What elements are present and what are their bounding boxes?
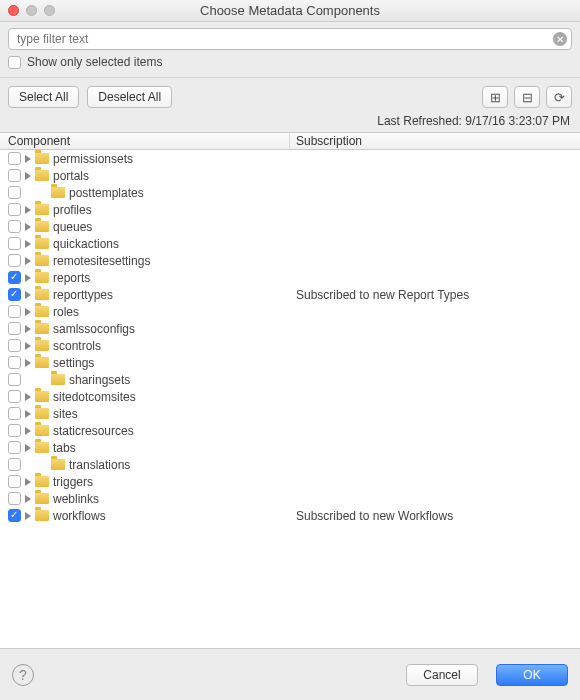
cell-component: permissionsets [0, 152, 290, 166]
clear-filter-icon[interactable]: ✕ [553, 32, 567, 46]
last-refreshed-label: Last Refreshed: 9/17/16 3:23:07 PM [0, 112, 580, 132]
tree-row[interactable]: translations [0, 456, 580, 473]
row-label: sharingsets [69, 373, 130, 387]
folder-icon [35, 357, 49, 368]
disclosure-triangle-icon[interactable] [25, 444, 31, 452]
disclosure-triangle-icon[interactable] [25, 359, 31, 367]
disclosure-triangle-icon[interactable] [25, 206, 31, 214]
tree-row[interactable]: sharingsets [0, 371, 580, 388]
tree-row[interactable]: permissionsets [0, 150, 580, 167]
row-checkbox[interactable] [8, 492, 21, 505]
tree-row[interactable]: samlssoconfigs [0, 320, 580, 337]
tree-row[interactable]: posttemplates [0, 184, 580, 201]
row-checkbox[interactable] [8, 152, 21, 165]
row-checkbox[interactable] [8, 356, 21, 369]
folder-icon [35, 221, 49, 232]
disclosure-triangle-icon[interactable] [25, 410, 31, 418]
tree-row[interactable]: roles [0, 303, 580, 320]
disclosure-triangle-icon[interactable] [25, 274, 31, 282]
row-checkbox[interactable] [8, 220, 21, 233]
tree-row[interactable]: sitedotcomsites [0, 388, 580, 405]
disclosure-triangle-icon[interactable] [25, 223, 31, 231]
filter-input[interactable] [9, 32, 553, 46]
deselect-all-button[interactable]: Deselect All [87, 86, 172, 108]
cell-component: portals [0, 169, 290, 183]
column-component[interactable]: Component [0, 134, 290, 148]
row-checkbox[interactable] [8, 458, 21, 471]
row-checkbox[interactable] [8, 186, 21, 199]
disclosure-triangle-icon[interactable] [25, 342, 31, 350]
disclosure-triangle-icon[interactable] [25, 393, 31, 401]
disclosure-triangle-icon[interactable] [25, 512, 31, 520]
tree-row[interactable]: queues [0, 218, 580, 235]
help-icon[interactable]: ? [12, 664, 34, 686]
disclosure-triangle-icon[interactable] [25, 325, 31, 333]
column-subscription[interactable]: Subscription [290, 134, 580, 148]
tree-row[interactable]: sites [0, 405, 580, 422]
tree-row[interactable]: quickactions [0, 235, 580, 252]
ok-button[interactable]: OK [496, 664, 568, 686]
cell-component: settings [0, 356, 290, 370]
disclosure-triangle-icon[interactable] [25, 308, 31, 316]
tree-row[interactable]: triggers [0, 473, 580, 490]
tree-row[interactable]: workflowsSubscribed to new Workflows [0, 507, 580, 524]
row-checkbox[interactable] [8, 322, 21, 335]
tree-row[interactable]: reports [0, 269, 580, 286]
row-checkbox[interactable] [8, 305, 21, 318]
row-checkbox[interactable] [8, 373, 21, 386]
select-all-button[interactable]: Select All [8, 86, 79, 108]
row-checkbox[interactable] [8, 475, 21, 488]
folder-icon [35, 340, 49, 351]
refresh-button[interactable]: ⟳ [546, 86, 572, 108]
tree-row[interactable]: remotesitesettings [0, 252, 580, 269]
tree-row[interactable]: profiles [0, 201, 580, 218]
disclosure-triangle-icon[interactable] [25, 291, 31, 299]
row-checkbox[interactable] [8, 203, 21, 216]
disclosure-triangle-icon[interactable] [25, 495, 31, 503]
row-checkbox[interactable] [8, 441, 21, 454]
row-checkbox[interactable] [8, 509, 21, 522]
collapse-all-button[interactable]: ⊟ [514, 86, 540, 108]
show-only-selected-label: Show only selected items [27, 55, 162, 69]
filter-input-wrap: ✕ [8, 28, 572, 50]
disclosure-triangle-icon[interactable] [25, 427, 31, 435]
cell-component: sites [0, 407, 290, 421]
tree-row[interactable]: portals [0, 167, 580, 184]
tree-row[interactable]: tabs [0, 439, 580, 456]
row-label: quickactions [53, 237, 119, 251]
disclosure-triangle-icon[interactable] [25, 155, 31, 163]
row-checkbox[interactable] [8, 407, 21, 420]
tree-row[interactable]: staticresources [0, 422, 580, 439]
cell-component: sharingsets [0, 373, 290, 387]
component-tree[interactable]: permissionsetsportalsposttemplatesprofil… [0, 150, 580, 648]
show-only-selected-checkbox[interactable] [8, 56, 21, 69]
row-checkbox[interactable] [8, 237, 21, 250]
cell-component: profiles [0, 203, 290, 217]
row-checkbox[interactable] [8, 254, 21, 267]
cancel-button[interactable]: Cancel [406, 664, 478, 686]
folder-icon [51, 374, 65, 385]
row-checkbox[interactable] [8, 424, 21, 437]
row-label: remotesitesettings [53, 254, 150, 268]
disclosure-triangle-icon[interactable] [25, 172, 31, 180]
row-label: translations [69, 458, 130, 472]
disclosure-triangle-icon[interactable] [25, 257, 31, 265]
row-label: weblinks [53, 492, 99, 506]
tree-row[interactable]: scontrols [0, 337, 580, 354]
cell-component: quickactions [0, 237, 290, 251]
row-label: portals [53, 169, 89, 183]
row-checkbox[interactable] [8, 390, 21, 403]
tree-row[interactable]: weblinks [0, 490, 580, 507]
tree-row[interactable]: settings [0, 354, 580, 371]
disclosure-placeholder [41, 461, 47, 469]
expand-all-button[interactable]: ⊞ [482, 86, 508, 108]
disclosure-triangle-icon[interactable] [25, 478, 31, 486]
row-checkbox[interactable] [8, 339, 21, 352]
row-label: workflows [53, 509, 106, 523]
close-icon[interactable] [8, 5, 19, 16]
tree-row[interactable]: reporttypesSubscribed to new Report Type… [0, 286, 580, 303]
disclosure-triangle-icon[interactable] [25, 240, 31, 248]
row-checkbox[interactable] [8, 288, 21, 301]
row-checkbox[interactable] [8, 169, 21, 182]
row-checkbox[interactable] [8, 271, 21, 284]
